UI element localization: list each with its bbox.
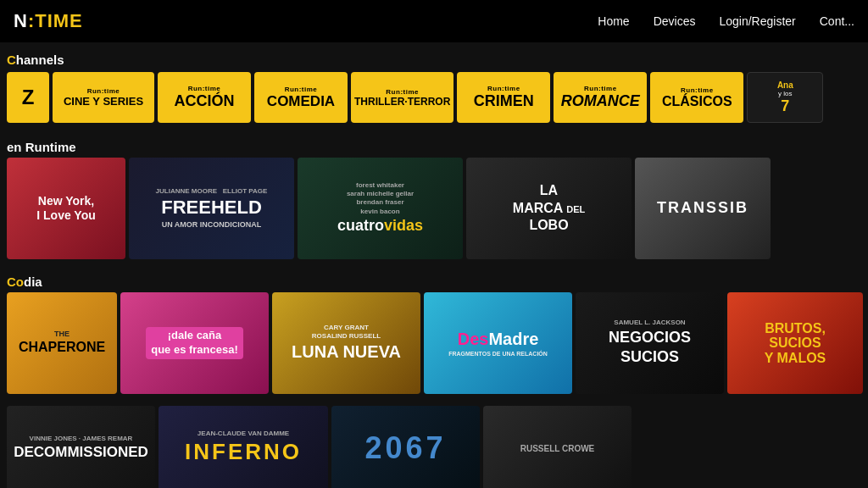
channel-romance-label: Run:time Romance	[554, 72, 647, 123]
channel-tile-z[interactable]: Z	[7, 72, 49, 123]
comedia-row: THE CHAPERONE ¡dale cañaque es francesa!…	[0, 291, 868, 396]
channel-tile-runtime[interactable]: Run:time CINE Y SERIES	[53, 72, 154, 123]
bottom-row: VINNIE JONES · JAMES REMAR DECOMMISSIONE…	[0, 404, 868, 488]
movie-tile-decommissioned[interactable]: VINNIE JONES · JAMES REMAR DECOMMISSIONE…	[7, 406, 155, 488]
channel-thriller-label: Run:time THRILLER·TERROR	[351, 72, 453, 123]
en-runtime-title: en Runtime	[0, 135, 868, 156]
channel-clasicos-label: Run:time Clásicos	[650, 72, 743, 123]
movie-tile-transsib[interactable]: TRANSSIB	[635, 158, 771, 259]
movie-tile-ny[interactable]: New York,I Love You	[7, 158, 125, 259]
movie-tile-brutos[interactable]: BRUTOS,SUCIOSY MALOS	[727, 292, 863, 394]
channel-z-label: Z	[22, 86, 35, 109]
movie-tile-chaperone[interactable]: THE CHAPERONE	[7, 292, 117, 394]
logo-prefix: N	[14, 10, 28, 31]
channels-section: Channels Z Run:time CINE Y SERIES Run:ti…	[0, 42, 868, 130]
bottom-section: VINNIE JONES · JAMES REMAR DECOMMISSIONE…	[0, 399, 868, 488]
channel-tile-clasicos[interactable]: Run:time Clásicos	[650, 72, 743, 123]
channel-tile-romance[interactable]: Run:time Romance	[554, 72, 647, 123]
movie-tile-marcalobo[interactable]: LAMARCA DELLOBO	[466, 158, 632, 259]
nav-contact[interactable]: Cont...	[820, 14, 854, 28]
movie-tile-lunanueva[interactable]: CARY GRANTROSALIND RUSSELL LUNA NUEVA	[272, 292, 420, 394]
comedia-section: Codia THE CHAPERONE ¡dale cañaque es fra…	[0, 264, 868, 399]
movie-tile-francesa[interactable]: ¡dale cañaque es francesa!	[120, 292, 269, 394]
channel-runtime-label: Run:time CINE Y SERIES	[53, 72, 154, 123]
movie-tile-desmadre[interactable]: DesMadre FRAGMENTOS DE UNA RELACIÓN	[424, 292, 572, 394]
nav-devices[interactable]: Devices	[654, 14, 696, 28]
channel-tile-ana[interactable]: Ana y los 7	[747, 72, 823, 123]
channel-crimen-label: Run:time CRIMEN	[457, 72, 550, 123]
logo-colon: :TIME	[28, 10, 83, 31]
logo: N:TIME	[14, 10, 83, 32]
nav: Home Devices Login/Register Cont...	[598, 14, 854, 28]
movie-tile-cuatrovidas[interactable]: forest whitakersarah michelle gellarbren…	[298, 158, 463, 259]
comedia-title: Codia	[0, 269, 868, 291]
movie-tile-2067[interactable]: 2067	[331, 406, 480, 488]
channel-tile-accion[interactable]: Run:time ACCIÓN	[158, 72, 251, 123]
channels-title: Channels	[0, 47, 868, 69]
movie-tile-freeheld[interactable]: JULIANNE MOORE ELLIOT PAGE FREEHELD UN A…	[129, 158, 294, 259]
channels-row: Z Run:time CINE Y SERIES Run:time ACCIÓN…	[0, 69, 868, 126]
movie-tile-negocios[interactable]: SAMUEL L. JACKSON NEGOCIOSSUCIOS	[576, 292, 724, 394]
nav-home[interactable]: Home	[598, 14, 629, 28]
channel-tile-comedia[interactable]: Run:time comedia	[254, 72, 348, 123]
en-runtime-section: en Runtime New York,I Love You JULIANNE …	[0, 130, 868, 264]
channel-accion-label: Run:time ACCIÓN	[158, 72, 251, 123]
movie-tile-inferno[interactable]: JEAN-CLAUDE VAN DAMME INFERNO	[159, 406, 328, 488]
channel-comedia-label: Run:time comedia	[254, 72, 348, 123]
channel-ana-label: Ana y los 7	[748, 73, 822, 122]
nav-login[interactable]: Login/Register	[719, 14, 795, 28]
header: N:TIME Home Devices Login/Register Cont.…	[0, 0, 868, 42]
en-runtime-row: New York,I Love You JULIANNE MOORE ELLIO…	[0, 156, 868, 261]
channel-tile-thriller[interactable]: Run:time THRILLER·TERROR	[351, 72, 453, 123]
channel-tile-crimen[interactable]: Run:time CRIMEN	[457, 72, 550, 123]
movie-tile-crowe[interactable]: RUSSELL CROWE	[483, 406, 632, 488]
